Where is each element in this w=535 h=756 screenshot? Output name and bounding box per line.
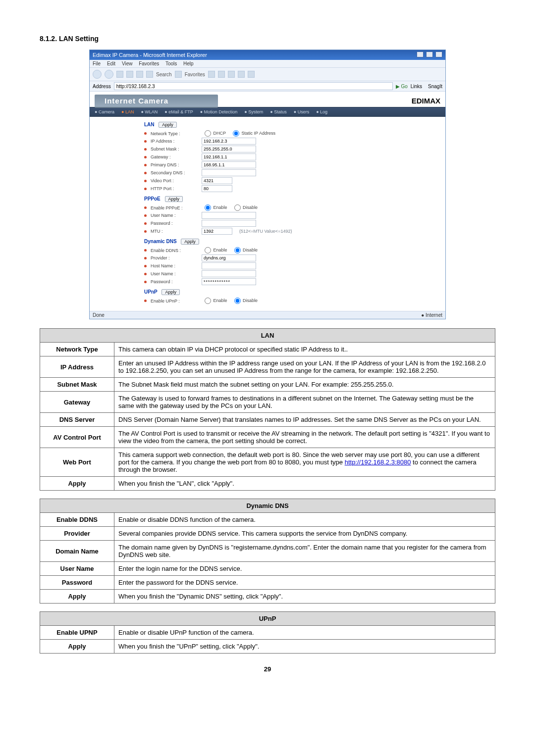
minimize-icon[interactable] xyxy=(417,51,424,57)
input-hport[interactable] xyxy=(202,185,232,192)
stop-icon[interactable] xyxy=(116,71,123,78)
apply-upnp-button[interactable]: Apply xyxy=(161,289,180,295)
toolbar: Search Favorites xyxy=(90,68,445,81)
row-label: AV Control Port xyxy=(40,427,114,448)
radio-dhcp[interactable]: DHCP xyxy=(202,130,226,137)
address-input[interactable] xyxy=(114,82,393,90)
lbl-host: Host Name : xyxy=(151,263,198,268)
lbl-provider: Provider : xyxy=(151,255,198,260)
note-mtu: (512<=MTU Value<=1492) xyxy=(239,229,292,234)
tab-status[interactable]: ● Status xyxy=(270,109,286,114)
row-desc: DNS Server (Domain Name Server) that tra… xyxy=(114,413,495,427)
apply-ddns-button[interactable]: Apply xyxy=(181,239,199,245)
row-label: Apply xyxy=(40,477,114,491)
input-ddns-user[interactable] xyxy=(202,270,256,277)
row-label: Domain Name xyxy=(40,541,114,562)
tab-system[interactable]: ● System xyxy=(244,109,263,114)
print-icon[interactable] xyxy=(238,71,245,78)
radio-upnp-disable[interactable]: Disable xyxy=(231,298,258,304)
input-mtu[interactable] xyxy=(202,228,232,235)
favorites-icon[interactable] xyxy=(175,71,182,78)
input-provider[interactable] xyxy=(202,254,256,261)
edit-icon[interactable] xyxy=(248,71,255,78)
window-titlebar: Edimax IP Camera - Microsoft Internet Ex… xyxy=(90,50,445,60)
lbl-network-type: Network Type : xyxy=(151,131,198,136)
row-desc: The Subnet Mask field must match the sub… xyxy=(114,378,495,392)
mail-icon[interactable] xyxy=(228,71,235,78)
nav-tabs[interactable]: ● Camera ● LAN ● WLAN ● eMail & FTP ● Mo… xyxy=(90,107,445,117)
window-title: Edimax IP Camera - Microsoft Internet Ex… xyxy=(93,52,207,58)
row-desc: When you finish the "UPnP" setting, clic… xyxy=(114,640,495,654)
input-gateway[interactable] xyxy=(202,153,256,160)
window-controls[interactable] xyxy=(416,51,442,58)
radio-ddns-enable[interactable]: Enable xyxy=(202,247,227,253)
maximize-icon[interactable] xyxy=(426,51,433,57)
lbl-hport: HTTP Port : xyxy=(151,186,198,191)
row-label: Password xyxy=(40,576,114,590)
tab-wlan[interactable]: ● WLAN xyxy=(141,109,158,114)
tab-users[interactable]: ● Users xyxy=(294,109,309,114)
history-icon[interactable] xyxy=(218,71,225,78)
group-ddns: Dynamic DNS Apply Enable DDNS : Enable D… xyxy=(144,239,430,285)
radio-upnp-enable[interactable]: Enable xyxy=(202,298,227,304)
menu-favorites[interactable]: Favorites xyxy=(139,61,159,66)
group-ddns-title: Dynamic DNS xyxy=(144,239,177,244)
menu-help[interactable]: Help xyxy=(183,61,194,66)
input-ddns-pass[interactable] xyxy=(202,278,256,285)
menu-view[interactable]: View xyxy=(122,61,133,66)
status-zone: ● Internet xyxy=(421,312,442,318)
tab-email[interactable]: ● eMail & FTP xyxy=(164,109,193,114)
input-sdns[interactable] xyxy=(202,169,256,176)
row-desc: Enter the password for the DDNS service. xyxy=(114,576,495,590)
radio-pppoe-enable[interactable]: Enable xyxy=(202,204,227,211)
apply-pppoe-button[interactable]: Apply xyxy=(165,196,183,202)
toolbar-search-label[interactable]: Search xyxy=(156,72,172,77)
lbl-pppoe-pass: Password : xyxy=(151,221,198,226)
link-example-url[interactable]: http://192.168.2.3:8080 xyxy=(345,458,411,466)
address-label: Address xyxy=(93,84,111,89)
input-vport[interactable] xyxy=(202,177,232,184)
menu-bar[interactable]: File Edit View Favorites Tools Help xyxy=(90,60,445,68)
lbl-ddns-user: User Name : xyxy=(151,271,198,276)
tab-motion[interactable]: ● Motion Detection xyxy=(200,109,237,114)
product-title: Internet Camera xyxy=(95,95,218,107)
row-desc: Enable or disable DDNS function of the c… xyxy=(114,513,495,527)
radio-ddns-disable[interactable]: Disable xyxy=(231,247,258,253)
tab-lan[interactable]: ● LAN xyxy=(121,109,134,114)
input-pdns[interactable] xyxy=(202,161,256,168)
group-lan: LAN Apply Network Type : DHCP Static IP … xyxy=(144,122,430,192)
address-bar: Address ▶ Go Links SnagIt xyxy=(90,81,445,92)
input-ip[interactable] xyxy=(202,138,256,145)
status-done: Done xyxy=(93,312,105,318)
media-icon[interactable] xyxy=(208,71,215,78)
menu-tools[interactable]: Tools xyxy=(165,61,177,66)
toolbar-favorites-label[interactable]: Favorites xyxy=(185,72,205,77)
input-host[interactable] xyxy=(202,262,256,269)
row-desc: The AV Control Port is used to transmit … xyxy=(114,427,495,448)
menu-edit[interactable]: Edit xyxy=(107,61,115,66)
snagit-label[interactable]: SnagIt xyxy=(428,84,442,89)
row-desc: The domain name given by DynDNS is "regi… xyxy=(114,541,495,562)
tab-log[interactable]: ● Log xyxy=(316,109,327,114)
apply-lan-button[interactable]: Apply xyxy=(159,122,177,128)
forward-icon[interactable] xyxy=(105,70,113,79)
search-icon[interactable] xyxy=(146,71,153,78)
group-lan-title: LAN xyxy=(144,122,155,127)
ie-window: Edimax IP Camera - Microsoft Internet Ex… xyxy=(89,50,446,319)
group-upnp: UPnP Apply Enable UPnP : Enable Disable xyxy=(144,289,430,304)
input-pppoe-user[interactable] xyxy=(202,212,256,219)
input-pppoe-pass[interactable] xyxy=(202,220,256,227)
links-label[interactable]: Links xyxy=(411,84,422,89)
tab-camera[interactable]: ● Camera xyxy=(95,109,114,114)
go-button[interactable]: ▶ Go xyxy=(396,84,408,89)
home-icon[interactable] xyxy=(136,71,143,78)
radio-pppoe-disable[interactable]: Disable xyxy=(231,204,258,211)
row-label: Apply xyxy=(40,640,114,654)
menu-file[interactable]: File xyxy=(93,61,101,66)
back-icon[interactable] xyxy=(93,70,102,79)
input-mask[interactable] xyxy=(202,146,256,152)
radio-static[interactable]: Static IP Address xyxy=(230,130,275,137)
close-icon[interactable] xyxy=(435,51,442,57)
row-desc: When you finish the "LAN", click "Apply"… xyxy=(114,477,495,491)
refresh-icon[interactable] xyxy=(126,71,133,78)
